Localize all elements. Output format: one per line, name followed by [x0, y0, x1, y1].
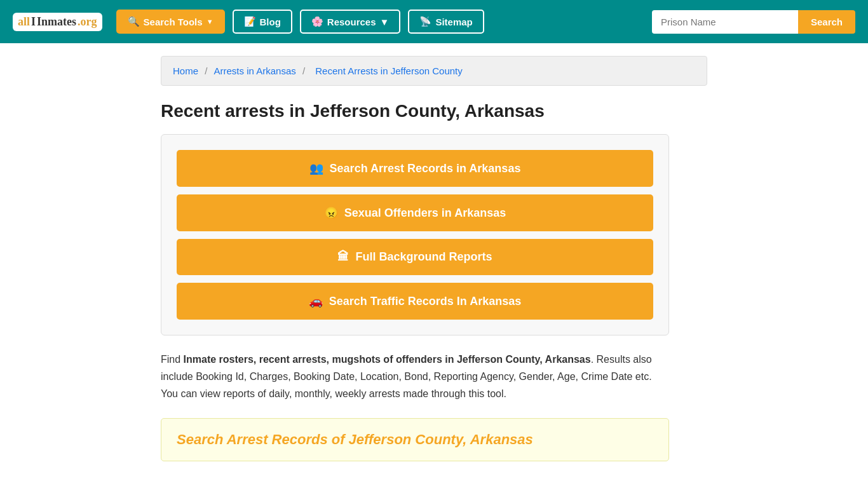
sitemap-button[interactable]: 📡 Sitemap	[408, 10, 484, 34]
page-title: Recent arrests in Jefferson County, Arka…	[161, 101, 707, 121]
logo-org: .org	[78, 15, 97, 29]
main-header: all I Inmates .org 🔍 Search Tools ▼ 📝 Bl…	[0, 0, 868, 43]
blog-button[interactable]: 📝 Blog	[233, 10, 292, 34]
chevron-down-icon-2: ▼	[380, 17, 390, 27]
search-records-title: Search Arrest Records of Jefferson Count…	[177, 431, 653, 448]
background-reports-label: Full Background Reports	[355, 250, 492, 264]
breadcrumb-current: Recent Arrests in Jefferson County	[315, 65, 463, 76]
logo[interactable]: all I Inmates .org	[13, 13, 102, 31]
breadcrumb-sep-2: /	[302, 65, 308, 76]
logo-all: all	[18, 15, 30, 29]
action-card: 👥 Search Arrest Records in Arkansas 😠 Se…	[161, 134, 669, 336]
sexual-offenders-button[interactable]: 😠 Sexual Offenders in Arkansas	[177, 194, 653, 231]
blog-icon: 📝	[244, 16, 256, 27]
resources-icon: 🌸	[311, 16, 323, 27]
search-records-box: Search Arrest Records of Jefferson Count…	[161, 418, 669, 461]
logo-I: I	[31, 15, 36, 29]
arrest-records-button[interactable]: 👥 Search Arrest Records in Arkansas	[177, 150, 653, 187]
chevron-down-icon: ▼	[207, 18, 214, 25]
prison-search-button[interactable]: Search	[798, 10, 855, 34]
traffic-records-button[interactable]: 🚗 Search Traffic Records In Arkansas	[177, 283, 653, 320]
sitemap-label: Sitemap	[435, 17, 472, 27]
description-text: Find Inmate rosters, recent arrests, mug…	[161, 351, 669, 403]
traffic-records-label: Search Traffic Records In Arkansas	[329, 295, 521, 308]
sitemap-icon: 📡	[419, 16, 431, 27]
sexual-offenders-label: Sexual Offenders in Arkansas	[344, 207, 506, 220]
breadcrumb-home[interactable]: Home	[173, 65, 198, 76]
arrest-records-label: Search Arrest Records in Arkansas	[330, 162, 521, 175]
traffic-icon: 🚗	[309, 294, 323, 308]
offender-icon: 😠	[324, 206, 338, 220]
breadcrumb: Home / Arrests in Arkansas / Recent Arre…	[161, 56, 707, 86]
resources-button[interactable]: 🌸 Resources ▼	[300, 10, 401, 34]
blog-label: Blog	[260, 17, 281, 27]
background-icon: 🏛	[337, 250, 349, 264]
breadcrumb-arrests[interactable]: Arrests in Arkansas	[214, 65, 296, 76]
resources-label: Resources	[327, 17, 376, 27]
breadcrumb-sep-1: /	[205, 65, 210, 76]
arrest-icon: 👥	[309, 161, 323, 175]
description-bold: Inmate rosters, recent arrests, mugshots…	[184, 354, 591, 365]
prison-search-input[interactable]	[652, 10, 798, 34]
search-tools-button[interactable]: 🔍 Search Tools ▼	[116, 10, 225, 34]
search-tools-icon: 🔍	[128, 16, 140, 27]
background-reports-button[interactable]: 🏛 Full Background Reports	[177, 239, 653, 275]
search-tools-label: Search Tools	[144, 17, 203, 27]
logo-inmates: Inmates	[37, 15, 76, 29]
description-prefix: Find	[161, 354, 184, 365]
main-content: Home / Arrests in Arkansas / Recent Arre…	[148, 43, 720, 487]
header-search-group: Search	[652, 10, 855, 34]
